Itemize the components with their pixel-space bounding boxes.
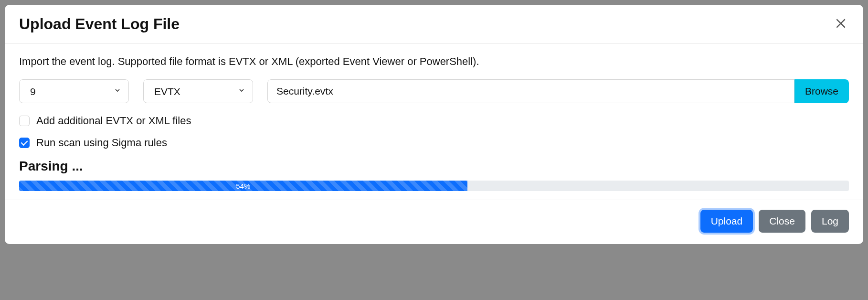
description-text: Import the event log. Supported file for… (19, 55, 849, 68)
close-icon-button[interactable] (833, 15, 849, 33)
upload-modal: Upload Event Log File Import the event l… (5, 5, 863, 244)
checkbox-additional-row: Add additional EVTX or XML files (19, 115, 849, 127)
file-input-group: Browse (267, 79, 849, 103)
checkbox-sigma-label[interactable]: Run scan using Sigma rules (36, 137, 167, 149)
file-path-input[interactable] (267, 79, 794, 103)
checkbox-sigma[interactable] (19, 138, 30, 148)
checkbox-sigma-row: Run scan using Sigma rules (19, 137, 849, 149)
close-button[interactable]: Close (759, 210, 805, 233)
format-select[interactable]: EVTX (143, 79, 253, 103)
number-select[interactable]: 9 (19, 79, 129, 103)
progress-fill: 54% (19, 181, 467, 191)
form-row: 9 EVTX Browse (19, 79, 849, 103)
modal-header: Upload Event Log File (5, 5, 863, 44)
modal-body: Import the event log. Supported file for… (5, 44, 863, 200)
modal-footer: Upload Close Log (5, 200, 863, 244)
log-button[interactable]: Log (811, 210, 849, 233)
number-select-wrap: 9 (19, 79, 129, 103)
modal-title: Upload Event Log File (19, 15, 180, 33)
progress-bar: 54% (19, 181, 849, 191)
upload-button[interactable]: Upload (700, 210, 753, 233)
browse-button[interactable]: Browse (794, 79, 849, 103)
format-select-wrap: EVTX (143, 79, 253, 103)
close-icon (835, 17, 847, 31)
status-label: Parsing ... (19, 159, 849, 174)
checkbox-additional-label[interactable]: Add additional EVTX or XML files (36, 115, 191, 127)
checkbox-additional[interactable] (19, 116, 30, 126)
